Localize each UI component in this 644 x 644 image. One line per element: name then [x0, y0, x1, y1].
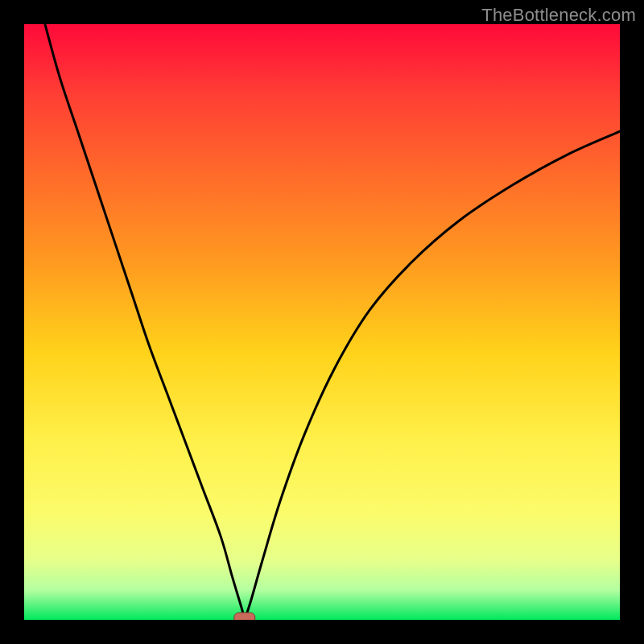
curve-left-branch	[45, 24, 245, 620]
chart-frame: TheBottleneck.com	[0, 0, 644, 644]
plot-area	[24, 24, 620, 620]
curve-right-branch	[245, 131, 620, 620]
min-marker	[234, 613, 255, 620]
watermark-text: TheBottleneck.com	[481, 5, 636, 26]
curve-svg	[24, 24, 620, 620]
